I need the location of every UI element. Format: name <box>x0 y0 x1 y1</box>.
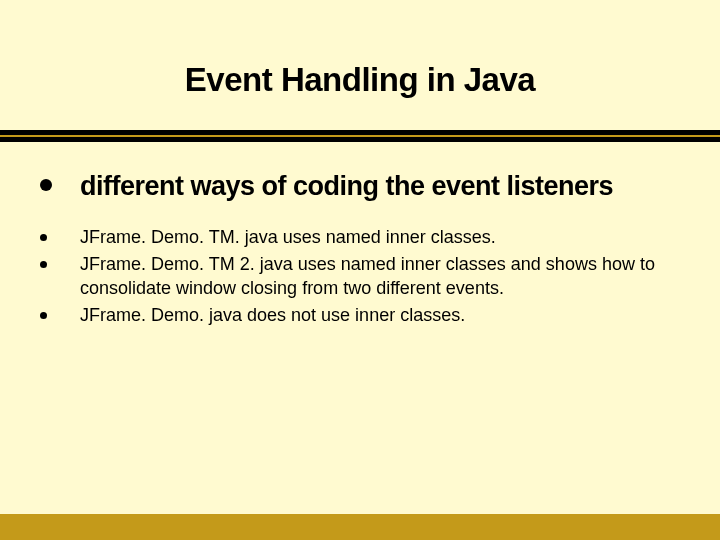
title-band: Event Handling in Java <box>0 0 720 130</box>
content-band: different ways of coding the event liste… <box>0 142 720 514</box>
main-bullet-item: different ways of coding the event liste… <box>40 170 680 204</box>
sub-point-text: JFrame. Demo. java does not use inner cl… <box>80 304 465 327</box>
bullet-icon <box>40 179 52 191</box>
bullet-icon <box>40 312 47 319</box>
sub-bullet-item: JFrame. Demo. java does not use inner cl… <box>40 304 680 327</box>
bullet-icon <box>40 261 47 268</box>
sub-bullet-item: JFrame. Demo. TM. java uses named inner … <box>40 226 680 249</box>
sub-bullet-item: JFrame. Demo. TM 2. java uses named inne… <box>40 253 680 300</box>
slide-title: Event Handling in Java <box>185 61 535 99</box>
sub-point-text: JFrame. Demo. TM. java uses named inner … <box>80 226 496 249</box>
main-point-text: different ways of coding the event liste… <box>80 170 613 204</box>
sub-point-text: JFrame. Demo. TM 2. java uses named inne… <box>80 253 680 300</box>
bullet-icon <box>40 234 47 241</box>
divider <box>0 130 720 142</box>
